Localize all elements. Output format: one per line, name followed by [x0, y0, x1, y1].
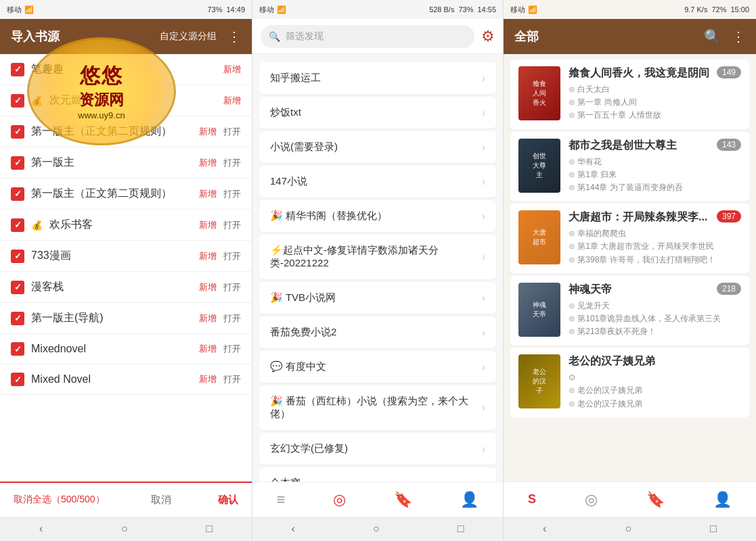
checkbox-1[interactable]: [11, 63, 24, 76]
mid-list-item[interactable]: 💬 有度中文 ›: [259, 351, 496, 383]
mid-nav-bookmark[interactable]: 🔖: [394, 491, 412, 509]
mid-home-button[interactable]: ○: [373, 523, 380, 535]
item-action-7[interactable]: 打开: [223, 250, 241, 262]
item-name-10: Mixednovel: [31, 343, 192, 355]
list-item[interactable]: 第一版主 新增 打开: [0, 147, 252, 179]
mid-list-item[interactable]: 炒饭txt ›: [259, 97, 496, 128]
home-button[interactable]: ○: [121, 523, 128, 535]
mid-back-button[interactable]: ‹: [292, 523, 295, 535]
item-action-3[interactable]: 打开: [223, 126, 241, 138]
item-name-4: 第一版主: [31, 156, 192, 170]
mid-list-item[interactable]: 147小说 ›: [259, 166, 496, 197]
checkbox-8[interactable]: [11, 281, 24, 294]
item-action-4[interactable]: 打开: [223, 157, 241, 169]
item-action-8[interactable]: 打开: [223, 281, 241, 293]
list-item[interactable]: 💰 欢乐书客 新增 打开: [0, 210, 252, 241]
item-action-5[interactable]: 打开: [223, 188, 241, 200]
item-tag-9: 新增: [199, 312, 217, 325]
mid-list-item[interactable]: 玄幻文学(已修复) ›: [259, 433, 496, 465]
book-chapter-start-3: ⊙ 第1章 大唐超市营业，开局辣哭李世民: [569, 240, 741, 253]
mid-nav-discover[interactable]: ◎: [333, 491, 346, 509]
list-item[interactable]: Mixednovel 新增 打开: [0, 334, 252, 364]
item-action-9[interactable]: 打开: [223, 312, 241, 325]
source-discover-list: 知乎搬运工 › 炒饭txt › 小说(需要登录) › 147小说 › 🎉 精华书…: [252, 54, 503, 481]
item-action-6[interactable]: 打开: [223, 219, 241, 231]
confirm-button[interactable]: 确认: [218, 494, 238, 507]
list-item[interactable]: 笔趣趣 新增: [0, 54, 252, 85]
mid-nav-profile[interactable]: 👤: [460, 491, 479, 509]
item-name-2: 次元姬: [49, 93, 217, 108]
mid-list-item[interactable]: 知乎搬运工 ›: [259, 62, 496, 94]
checkbox-9[interactable]: [11, 312, 24, 325]
mid-list-item[interactable]: 🎉 精华书阁（替换优化） ›: [259, 200, 496, 232]
book-item-1[interactable]: 飨食人间香火 飨食人间香火，我这竟是阴间 ⊙ 白天太白 ⊙ 第一章 尚飨人间 ⊙…: [510, 60, 749, 129]
recent-button[interactable]: □: [206, 523, 213, 535]
bookshelf-icon: ≡: [277, 491, 286, 509]
list-item[interactable]: 第一版主(导航) 新增 打开: [0, 303, 252, 334]
item-action-10[interactable]: 打开: [223, 343, 241, 355]
list-item[interactable]: Mixed Novel 新增 打开: [0, 364, 252, 395]
mid-list-item[interactable]: 🎉 TVB小说网 ›: [259, 282, 496, 314]
mid-recent-button[interactable]: □: [458, 523, 464, 535]
right-nav-profile[interactable]: 👤: [713, 491, 732, 509]
checkbox-4[interactable]: [11, 156, 24, 170]
arrow-icon-9: ›: [482, 361, 485, 373]
left-status-bar: 移动 📶 73% 14:49: [0, 0, 252, 19]
list-item[interactable]: 733漫画 新增 打开: [0, 241, 252, 272]
right-nav-bookmark[interactable]: 🔖: [646, 491, 665, 509]
book-item-5[interactable]: 老公的汉子 老公的汉子姨兄弟 ⊙ ⊙ 老公的汉子姨兄弟 ⊙ 老公的汉子姨兄弟: [510, 348, 749, 417]
book-info-3: 大唐超市：开局辣条辣哭李... ⊙ 幸福的爬爬虫 ⊙ 第1章 大唐超市营业，开局…: [569, 210, 741, 266]
profile-icon: 👤: [460, 491, 479, 509]
search-bar[interactable]: 🔍 筛选发现: [261, 25, 474, 48]
right-nav-bookshelf[interactable]: S: [528, 492, 536, 507]
book-title-4: 神魂天帝: [569, 283, 741, 297]
mid-phone-nav: ‹ ○ □: [252, 517, 503, 541]
list-item[interactable]: 第一版主（正文第二页规则） 新增 打开: [0, 179, 252, 210]
back-button[interactable]: ‹: [39, 523, 43, 535]
mid-speed: 528 B/s: [429, 5, 454, 14]
checkbox-11[interactable]: [11, 373, 24, 386]
mid-list-item[interactable]: 番茄免费小说2 ›: [259, 316, 496, 348]
mid-list-item[interactable]: 🎉 番茄（西红柿）小说（搜索为空，来个大佬） ›: [259, 385, 496, 430]
left-status-right: 73% 14:49: [207, 5, 245, 14]
cancel-button[interactable]: 取消: [151, 494, 171, 507]
item-tag-3: 新增: [199, 126, 217, 138]
left-header-right: 自定义源分组 ⋮: [160, 28, 241, 45]
left-header-title: 导入书源: [11, 28, 60, 45]
right-nav-discover[interactable]: ◎: [585, 491, 598, 509]
checkbox-7[interactable]: [11, 250, 24, 263]
item-action-11[interactable]: 打开: [223, 373, 241, 385]
right-search-icon[interactable]: 🔍: [704, 28, 721, 45]
book-author-4: ⊙ 见龙升天: [569, 300, 741, 312]
left-carrier: 移动: [7, 5, 22, 15]
list-item[interactable]: 第一版主（正文第二页规则） 新增 打开: [0, 116, 252, 147]
coin-icon-6: 💰: [31, 220, 43, 231]
mid-list-item[interactable]: 全本窝 ›: [259, 467, 496, 481]
book-cover-4: 神魂天帝: [518, 283, 560, 337]
arrow-icon-3: ›: [482, 141, 485, 154]
filter-icon[interactable]: ⚙: [481, 28, 495, 45]
arrow-icon-7: ›: [482, 292, 485, 304]
right-recent-button[interactable]: □: [710, 523, 717, 535]
checkbox-6[interactable]: [11, 218, 24, 232]
deselect-button[interactable]: 取消全选（500/500）: [14, 494, 105, 506]
book-item-3[interactable]: 大唐超市 大唐超市：开局辣条辣哭李... ⊙ 幸福的爬爬虫 ⊙ 第1章 大唐超市…: [510, 204, 749, 273]
list-item[interactable]: 💰 次元姬 新增: [0, 85, 252, 116]
list-item[interactable]: 漫客栈 新增 打开: [0, 272, 252, 303]
mid-list-item[interactable]: ⚡起点中文-修复详情字数添加诸天分类-20221222 ›: [259, 235, 496, 279]
checkbox-2[interactable]: [11, 94, 24, 108]
item-tag-7: 新增: [199, 250, 217, 262]
checkbox-10[interactable]: [11, 342, 24, 356]
book-author-2: ⊙ 华有花: [569, 156, 741, 168]
right-more-icon[interactable]: ⋮: [732, 28, 745, 45]
book-item-4[interactable]: 神魂天帝 神魂天帝 ⊙ 见龙升天 ⊙ 第101章诡异血线入体，圣人传承第三关 ⊙…: [510, 276, 749, 346]
book-item-2[interactable]: 创世大尊主 都市之我是创世大尊主 ⊙ 华有花 ⊙ 第1章 归来 ⊙ 第144章 …: [510, 132, 749, 202]
checkbox-5[interactable]: [11, 187, 24, 201]
right-home-button[interactable]: ○: [625, 523, 631, 535]
checkbox-3[interactable]: [11, 125, 24, 139]
more-options-icon[interactable]: ⋮: [227, 28, 241, 45]
book-badge-4: 218: [717, 283, 741, 295]
right-back-button[interactable]: ‹: [543, 523, 546, 535]
mid-nav-bookshelf[interactable]: ≡: [277, 491, 286, 509]
mid-list-item[interactable]: 小说(需要登录) ›: [259, 131, 496, 163]
